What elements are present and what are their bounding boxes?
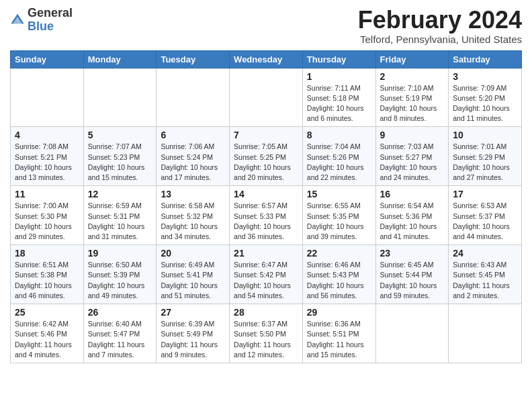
cell-info: Sunrise: 7:09 AM Sunset: 5:20 PM Dayligh… [453, 83, 517, 124]
day-number: 3 [453, 71, 517, 82]
calendar-cell [157, 68, 230, 127]
calendar-cell: 1Sunrise: 7:11 AM Sunset: 5:18 PM Daylig… [302, 68, 375, 127]
cell-info: Sunrise: 7:01 AM Sunset: 5:29 PM Dayligh… [453, 142, 517, 183]
cell-info: Sunrise: 6:47 AM Sunset: 5:42 PM Dayligh… [234, 260, 298, 301]
cell-info: Sunrise: 6:54 AM Sunset: 5:36 PM Dayligh… [380, 201, 445, 242]
calendar-cell: 9Sunrise: 7:03 AM Sunset: 5:27 PM Daylig… [375, 127, 449, 186]
location: Telford, Pennsylvania, United States [358, 34, 522, 45]
cell-info: Sunrise: 6:36 AM Sunset: 5:51 PM Dayligh… [307, 319, 371, 360]
calendar-cell: 22Sunrise: 6:46 AM Sunset: 5:43 PM Dayli… [302, 245, 375, 304]
calendar-cell: 25Sunrise: 6:42 AM Sunset: 5:46 PM Dayli… [11, 304, 84, 363]
day-number: 28 [234, 307, 298, 318]
calendar-table: SundayMondayTuesdayWednesdayThursdayFrid… [10, 50, 522, 363]
day-number: 6 [161, 130, 225, 140]
day-number: 9 [380, 130, 445, 140]
calendar-cell: 4Sunrise: 7:08 AM Sunset: 5:21 PM Daylig… [11, 127, 84, 186]
cell-info: Sunrise: 7:05 AM Sunset: 5:25 PM Dayligh… [234, 142, 298, 183]
cell-info: Sunrise: 7:11 AM Sunset: 5:18 PM Dayligh… [307, 83, 371, 124]
day-number: 21 [234, 248, 298, 259]
calendar-cell: 23Sunrise: 6:45 AM Sunset: 5:44 PM Dayli… [375, 245, 449, 304]
day-header-tuesday: Tuesday [157, 50, 230, 68]
cell-info: Sunrise: 7:04 AM Sunset: 5:26 PM Dayligh… [307, 142, 371, 183]
day-number: 16 [380, 189, 445, 199]
calendar-cell [11, 68, 84, 127]
day-number: 27 [161, 307, 225, 318]
calendar-cell [83, 68, 157, 127]
day-number: 29 [307, 307, 371, 318]
cell-info: Sunrise: 6:57 AM Sunset: 5:33 PM Dayligh… [234, 201, 298, 242]
cell-info: Sunrise: 6:49 AM Sunset: 5:41 PM Dayligh… [161, 260, 225, 301]
calendar-cell: 7Sunrise: 7:05 AM Sunset: 5:25 PM Daylig… [230, 127, 303, 186]
cell-info: Sunrise: 6:40 AM Sunset: 5:47 PM Dayligh… [88, 319, 152, 360]
cell-info: Sunrise: 6:55 AM Sunset: 5:35 PM Dayligh… [307, 201, 371, 242]
day-header-thursday: Thursday [302, 50, 375, 68]
cell-info: Sunrise: 7:10 AM Sunset: 5:19 PM Dayligh… [380, 83, 445, 124]
calendar-cell: 10Sunrise: 7:01 AM Sunset: 5:29 PM Dayli… [449, 127, 522, 186]
cell-info: Sunrise: 6:43 AM Sunset: 5:45 PM Dayligh… [453, 260, 517, 301]
day-header-sunday: Sunday [11, 50, 84, 68]
cell-info: Sunrise: 7:03 AM Sunset: 5:27 PM Dayligh… [380, 142, 445, 183]
calendar-cell: 13Sunrise: 6:58 AM Sunset: 5:32 PM Dayli… [157, 186, 230, 245]
day-number: 8 [307, 130, 371, 140]
calendar-cell [230, 68, 303, 127]
cell-info: Sunrise: 6:37 AM Sunset: 5:50 PM Dayligh… [234, 319, 298, 360]
calendar-cell: 6Sunrise: 7:06 AM Sunset: 5:24 PM Daylig… [157, 127, 230, 186]
day-number: 4 [15, 130, 79, 140]
cell-info: Sunrise: 7:08 AM Sunset: 5:21 PM Dayligh… [15, 142, 79, 183]
day-number: 13 [161, 189, 225, 199]
calendar-cell: 16Sunrise: 6:54 AM Sunset: 5:36 PM Dayli… [375, 186, 449, 245]
day-number: 17 [453, 189, 517, 199]
calendar-cell: 21Sunrise: 6:47 AM Sunset: 5:42 PM Dayli… [230, 245, 303, 304]
page-header: General Blue February 2024 Telford, Penn… [10, 7, 522, 45]
day-header-wednesday: Wednesday [230, 50, 303, 68]
calendar-cell: 3Sunrise: 7:09 AM Sunset: 5:20 PM Daylig… [449, 68, 522, 127]
title-area: February 2024 Telford, Pennsylvania, Uni… [358, 7, 522, 45]
calendar-cell [449, 304, 522, 363]
calendar-cell: 17Sunrise: 6:53 AM Sunset: 5:37 PM Dayli… [449, 186, 522, 245]
logo-general: General [28, 6, 73, 19]
day-header-friday: Friday [375, 50, 449, 68]
logo-blue: Blue [28, 19, 54, 33]
day-number: 1 [307, 71, 371, 82]
calendar-cell: 26Sunrise: 6:40 AM Sunset: 5:47 PM Dayli… [83, 304, 157, 363]
day-number: 14 [234, 189, 298, 199]
day-header-monday: Monday [83, 50, 157, 68]
calendar-cell: 19Sunrise: 6:50 AM Sunset: 5:39 PM Dayli… [83, 245, 157, 304]
cell-info: Sunrise: 6:39 AM Sunset: 5:49 PM Dayligh… [161, 319, 225, 360]
day-number: 10 [453, 130, 517, 140]
calendar-cell: 14Sunrise: 6:57 AM Sunset: 5:33 PM Dayli… [230, 186, 303, 245]
calendar-cell: 11Sunrise: 7:00 AM Sunset: 5:30 PM Dayli… [11, 186, 84, 245]
logo-icon [10, 13, 25, 28]
calendar-cell: 24Sunrise: 6:43 AM Sunset: 5:45 PM Dayli… [449, 245, 522, 304]
calendar-week-row: 11Sunrise: 7:00 AM Sunset: 5:30 PM Dayli… [11, 186, 522, 245]
calendar-week-row: 1Sunrise: 7:11 AM Sunset: 5:18 PM Daylig… [11, 68, 522, 127]
calendar-cell: 5Sunrise: 7:07 AM Sunset: 5:23 PM Daylig… [83, 127, 157, 186]
cell-info: Sunrise: 7:00 AM Sunset: 5:30 PM Dayligh… [15, 201, 79, 242]
day-number: 15 [307, 189, 371, 199]
day-number: 23 [380, 248, 445, 259]
day-number: 18 [15, 248, 79, 259]
cell-info: Sunrise: 6:51 AM Sunset: 5:38 PM Dayligh… [15, 260, 79, 301]
calendar-cell: 20Sunrise: 6:49 AM Sunset: 5:41 PM Dayli… [157, 245, 230, 304]
day-number: 19 [88, 248, 152, 259]
day-number: 25 [15, 307, 79, 318]
month-title: February 2024 [358, 7, 522, 34]
day-number: 5 [88, 130, 152, 140]
day-number: 20 [161, 248, 225, 259]
calendar-cell: 2Sunrise: 7:10 AM Sunset: 5:19 PM Daylig… [375, 68, 449, 127]
day-header-saturday: Saturday [449, 50, 522, 68]
cell-info: Sunrise: 6:42 AM Sunset: 5:46 PM Dayligh… [15, 319, 79, 360]
calendar-cell: 15Sunrise: 6:55 AM Sunset: 5:35 PM Dayli… [302, 186, 375, 245]
cell-info: Sunrise: 6:45 AM Sunset: 5:44 PM Dayligh… [380, 260, 445, 301]
calendar-cell: 27Sunrise: 6:39 AM Sunset: 5:49 PM Dayli… [157, 304, 230, 363]
calendar-week-row: 4Sunrise: 7:08 AM Sunset: 5:21 PM Daylig… [11, 127, 522, 186]
calendar-cell: 8Sunrise: 7:04 AM Sunset: 5:26 PM Daylig… [302, 127, 375, 186]
calendar-cell: 18Sunrise: 6:51 AM Sunset: 5:38 PM Dayli… [11, 245, 84, 304]
calendar-cell: 29Sunrise: 6:36 AM Sunset: 5:51 PM Dayli… [302, 304, 375, 363]
cell-info: Sunrise: 7:06 AM Sunset: 5:24 PM Dayligh… [161, 142, 225, 183]
calendar-cell [375, 304, 449, 363]
logo: General Blue [10, 7, 73, 34]
day-number: 12 [88, 189, 152, 199]
calendar-cell: 12Sunrise: 6:59 AM Sunset: 5:31 PM Dayli… [83, 186, 157, 245]
cell-info: Sunrise: 6:53 AM Sunset: 5:37 PM Dayligh… [453, 201, 517, 242]
